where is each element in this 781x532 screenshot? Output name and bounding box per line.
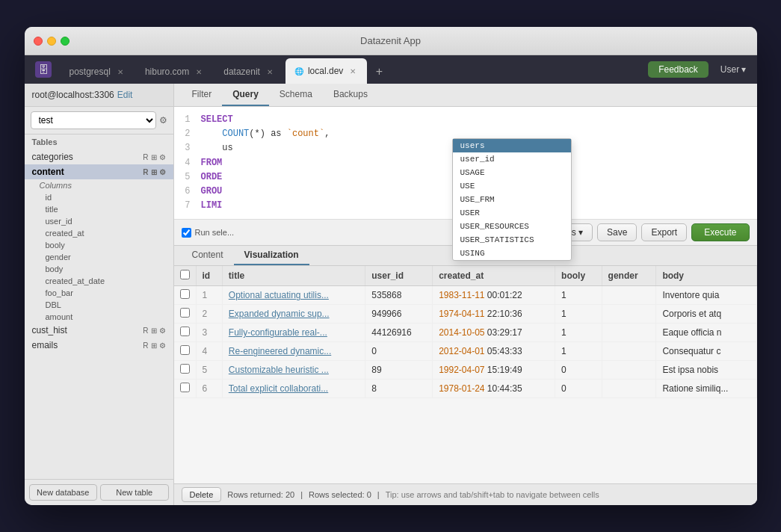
col-created_at[interactable]: created_at xyxy=(25,227,173,239)
col-title[interactable]: title xyxy=(25,203,173,215)
tabbar-right: Feedback User ▾ xyxy=(648,55,753,84)
titlebar: Datazenit App xyxy=(25,27,757,55)
tab-visualization[interactable]: Visualization xyxy=(234,246,309,265)
col-dbl[interactable]: DBL xyxy=(25,299,173,311)
grid-icon[interactable]: ⊞ xyxy=(151,327,157,335)
tab-filter[interactable]: Filter xyxy=(182,84,223,106)
traffic-lights xyxy=(34,37,70,46)
autocomplete-item-user_id[interactable]: user_id xyxy=(453,152,571,166)
user-menu-button[interactable]: User ▾ xyxy=(713,61,754,78)
row-checkbox[interactable] xyxy=(180,308,190,318)
col-amount[interactable]: amount xyxy=(25,311,173,323)
tab-close-icon[interactable]: ✕ xyxy=(348,66,358,76)
maximize-button[interactable] xyxy=(61,37,70,46)
row-checkbox[interactable] xyxy=(180,383,190,392)
cell-created_at: 1992-04-07 15:19:49 xyxy=(433,361,555,380)
col-gender[interactable]: gender xyxy=(25,251,173,263)
db-icon: 🗄 xyxy=(35,61,52,78)
col-body[interactable]: body xyxy=(25,263,173,275)
edit-connection-link[interactable]: Edit xyxy=(117,90,133,100)
grid-icon[interactable]: ⊞ xyxy=(151,168,157,176)
row-checkbox[interactable] xyxy=(180,289,190,299)
tab-hiburo[interactable]: hiburo.com ✕ xyxy=(136,60,213,84)
db-dropdown[interactable]: test xyxy=(31,111,156,129)
minimize-button[interactable] xyxy=(47,37,56,46)
settings-icon[interactable]: ⚙ xyxy=(159,327,166,335)
autocomplete-item-users[interactable]: users xyxy=(453,139,571,152)
autocomplete-dropdown: users user_id USAGE USE USE_FRM USER USE… xyxy=(452,138,572,261)
sidebar-item-cust_hist[interactable]: cust_hist R ⊞ ⚙ xyxy=(25,323,173,338)
cell-booly: 1 xyxy=(555,342,602,361)
r-badge: R xyxy=(143,341,148,350)
col-header-body[interactable]: body xyxy=(656,266,756,286)
feedback-button[interactable]: Feedback xyxy=(648,61,709,78)
col-header-id[interactable]: id xyxy=(196,266,222,286)
settings-icon[interactable]: ⚙ xyxy=(159,341,166,350)
select-all-checkbox[interactable] xyxy=(180,270,190,279)
tab-content[interactable]: Content xyxy=(182,246,234,265)
sidebar-item-content[interactable]: content R ⊞ ⚙ xyxy=(25,164,173,179)
tab-query[interactable]: Query xyxy=(222,84,269,106)
autocomplete-item-using[interactable]: USING xyxy=(453,247,571,260)
sidebar-item-emails[interactable]: emails R ⊞ ⚙ xyxy=(25,338,173,353)
col-foo_bar[interactable]: foo_bar xyxy=(25,287,173,299)
col-created_at_date[interactable]: created_at_date xyxy=(25,275,173,287)
col-header-user_id[interactable]: user_id xyxy=(365,266,433,286)
cell-created_at: 1974-04-11 22:10:36 xyxy=(433,305,555,324)
grid-icon[interactable]: ⊞ xyxy=(151,153,157,161)
col-id[interactable]: id xyxy=(25,191,173,203)
settings-icon[interactable]: ⚙ xyxy=(159,153,166,161)
execute-button[interactable]: Execute xyxy=(691,223,749,241)
tab-label: datazenit xyxy=(223,66,260,77)
autocomplete-item-use_frm[interactable]: USE_FRM xyxy=(453,193,571,206)
autocomplete-item-user_statistics[interactable]: USER_STATISTICS xyxy=(453,233,571,247)
autocomplete-item-user[interactable]: USER xyxy=(453,206,571,220)
autocomplete-item-user_resources[interactable]: USER_RESOURCES xyxy=(453,220,571,233)
cell-title[interactable]: Re-engineered dynamic... xyxy=(222,342,365,361)
new-table-button[interactable]: New table xyxy=(100,484,169,501)
row-checkbox[interactable] xyxy=(180,345,190,355)
grid-icon[interactable]: ⊞ xyxy=(151,341,157,350)
tab-schema[interactable]: Schema xyxy=(269,84,323,106)
tab-postgresql[interactable]: postgresql ✕ xyxy=(61,60,135,84)
autocomplete-item-use[interactable]: USE xyxy=(453,179,571,193)
tab-datazenit[interactable]: datazenit ✕ xyxy=(214,60,284,84)
r-badge: R xyxy=(143,168,148,176)
save-button[interactable]: Save xyxy=(597,223,637,241)
cell-title[interactable]: Customizable heuristic ... xyxy=(222,361,365,380)
cell-title[interactable]: Fully-configurable real-... xyxy=(222,324,365,342)
tab-close-icon[interactable]: ✕ xyxy=(115,66,126,77)
cell-created_at: 1978-01-24 10:44:35 xyxy=(433,380,555,398)
cell-title[interactable]: Optional actuating utilis... xyxy=(222,286,365,305)
row-checkbox[interactable] xyxy=(180,364,190,374)
connection-string: root@localhost:3306 xyxy=(32,90,114,100)
col-booly[interactable]: booly xyxy=(25,239,173,251)
close-button[interactable] xyxy=(34,37,43,46)
col-user_id[interactable]: user_id xyxy=(25,215,173,227)
cell-created_at: 1983-11-11 00:01:22 xyxy=(433,286,555,305)
run-select-checkbox[interactable] xyxy=(182,228,191,238)
col-header-booly[interactable]: booly xyxy=(555,266,602,286)
cell-title[interactable]: Expanded dynamic sup... xyxy=(222,305,365,324)
settings-icon[interactable]: ⚙ xyxy=(159,168,166,176)
tab-close-icon[interactable]: ✕ xyxy=(265,66,275,77)
cell-title[interactable]: Total explicit collaborati... xyxy=(222,380,365,398)
db-settings-icon[interactable]: ⚙ xyxy=(159,115,167,126)
table-name: emails xyxy=(32,340,58,350)
sidebar-item-categories[interactable]: categories R ⊞ ⚙ xyxy=(25,149,173,164)
tab-close-icon[interactable]: ✕ xyxy=(194,66,204,77)
new-database-button[interactable]: New database xyxy=(29,484,98,501)
tab-backups[interactable]: Backups xyxy=(323,84,378,106)
autocomplete-item-usage[interactable]: USAGE xyxy=(453,166,571,179)
col-header-gender[interactable]: gender xyxy=(602,266,656,286)
cell-id: 3 xyxy=(196,324,222,342)
row-checkbox[interactable] xyxy=(180,327,190,336)
table-name: categories xyxy=(32,152,73,162)
export-button[interactable]: Export xyxy=(641,223,687,241)
connection-header: root@localhost:3306 Edit xyxy=(25,84,173,107)
delete-button[interactable]: Delete xyxy=(182,487,222,502)
tab-localdev[interactable]: 🌐 local.dev ✕ xyxy=(285,58,367,84)
col-header-title[interactable]: title xyxy=(222,266,365,286)
add-tab-button[interactable]: + xyxy=(368,60,389,84)
col-header-created_at[interactable]: created_at xyxy=(433,266,555,286)
